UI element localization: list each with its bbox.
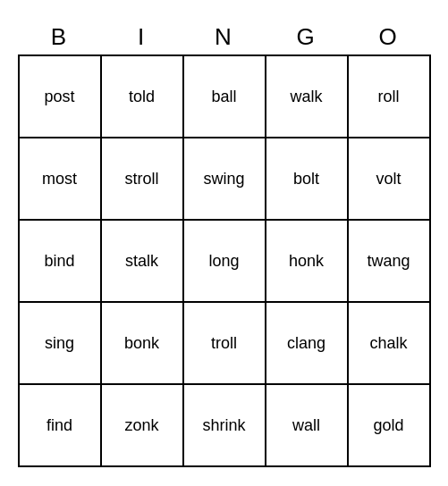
bingo-cell-3-1: bonk	[102, 303, 184, 385]
bingo-cell-0-1: told	[102, 56, 184, 138]
bingo-grid: posttoldballwalkrollmoststrollswingboltv…	[18, 54, 431, 467]
bingo-row-1: moststrollswingboltvolt	[20, 138, 431, 221]
bingo-cell-4-4: gold	[349, 385, 431, 467]
header-letter-I: I	[100, 19, 182, 54]
bingo-row-3: singbonktrollclangchalk	[20, 303, 431, 385]
bingo-card: BINGO posttoldballwalkrollmoststrollswin…	[18, 19, 431, 467]
bingo-cell-4-0: find	[20, 385, 102, 467]
bingo-cell-3-2: troll	[184, 303, 266, 385]
bingo-cell-2-3: honk	[266, 221, 349, 303]
header-letter-B: B	[18, 19, 100, 54]
bingo-cell-2-1: stalk	[102, 221, 184, 303]
bingo-cell-1-2: swing	[184, 138, 266, 221]
bingo-row-0: posttoldballwalkroll	[20, 56, 431, 138]
bingo-cell-4-3: wall	[266, 385, 349, 467]
bingo-cell-4-1: zonk	[102, 385, 184, 467]
bingo-cell-2-0: bind	[20, 221, 102, 303]
bingo-row-2: bindstalklonghonktwang	[20, 221, 431, 303]
bingo-cell-1-4: volt	[349, 138, 431, 221]
bingo-cell-4-2: shrink	[184, 385, 266, 467]
header-letter-N: N	[182, 19, 265, 54]
header-letter-G: G	[265, 19, 347, 54]
bingo-cell-2-4: twang	[349, 221, 431, 303]
bingo-cell-3-0: sing	[20, 303, 102, 385]
bingo-cell-2-2: long	[184, 221, 266, 303]
bingo-cell-1-0: most	[20, 138, 102, 221]
bingo-cell-0-4: roll	[349, 56, 431, 138]
bingo-cell-1-3: bolt	[266, 138, 349, 221]
bingo-header: BINGO	[18, 19, 431, 54]
bingo-row-4: findzonkshrinkwallgold	[20, 385, 431, 467]
bingo-cell-1-1: stroll	[102, 138, 184, 221]
bingo-cell-3-3: clang	[266, 303, 349, 385]
bingo-cell-0-0: post	[20, 56, 102, 138]
bingo-cell-0-3: walk	[266, 56, 349, 138]
header-letter-O: O	[347, 19, 429, 54]
bingo-cell-0-2: ball	[184, 56, 266, 138]
bingo-cell-3-4: chalk	[349, 303, 431, 385]
